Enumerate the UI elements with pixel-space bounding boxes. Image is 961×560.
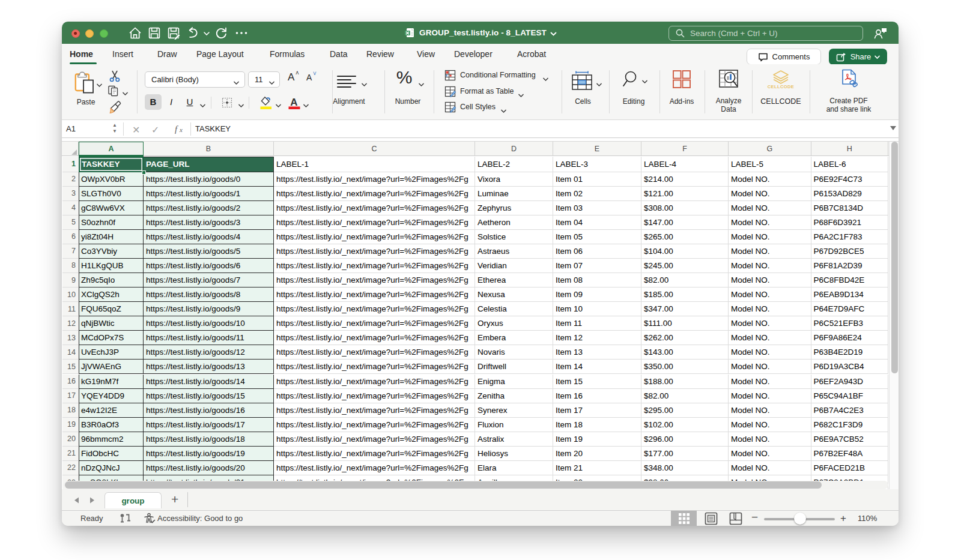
svg-text:x: x (179, 126, 183, 133)
svg-text:A: A (290, 97, 297, 108)
svg-text:%: % (396, 69, 413, 87)
svg-text:f: f (175, 124, 178, 134)
svg-text:CELLCODE: CELLCODE (768, 84, 794, 89)
